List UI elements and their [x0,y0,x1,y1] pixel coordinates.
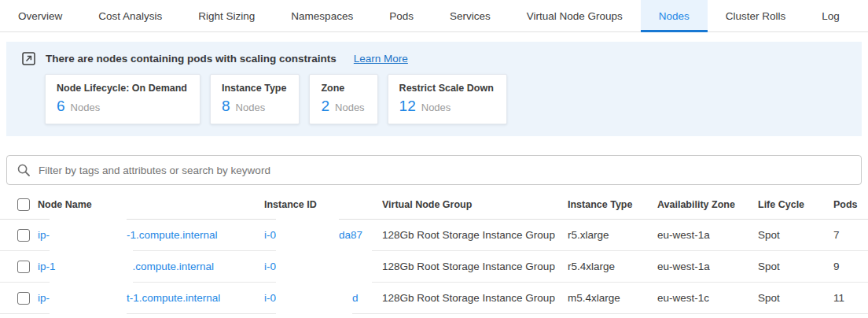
redacted-text [50,280,127,316]
card-zone[interactable]: Zone 2 Nodes [309,74,377,124]
column-header-node-name: Node Name [38,199,264,210]
instance-type-cell: r5.xlarge [568,229,657,241]
table-row: ip-1 .compute.internal i-0 128Gb Root St… [0,251,868,283]
column-header-instance-id: Instance ID [264,199,382,210]
nodes-table: Node Name Instance ID Virtual Node Group… [0,190,868,314]
column-header-pods: Pods [833,199,868,210]
instance-id-link[interactable]: i-0 [264,229,276,241]
card-title: Node Lifecycle: On Demand [57,83,187,94]
tab-right-sizing[interactable]: Right Sizing [180,0,273,31]
card-title: Instance Type [222,83,286,94]
instance-id-link[interactable]: da87 [339,229,362,241]
instance-id-link[interactable]: i-0 [264,261,276,272]
column-header-life-cycle: Life Cycle [758,199,833,210]
life-cycle-cell: Spot [758,229,833,241]
life-cycle-cell: Spot [758,261,833,272]
card-unit: Nodes [335,102,365,113]
availability-zone-cell: eu-west-1c [657,292,758,304]
pods-cell: 11 [833,292,868,304]
card-unit: Nodes [421,102,451,113]
row-checkbox[interactable] [17,229,30,242]
availability-zone-cell: eu-west-1a [657,229,758,241]
search-input[interactable] [39,165,851,176]
card-value: 12 [399,98,416,115]
scaling-constraint-icon [22,52,35,65]
table-row: ip- -1.compute.internal i-0 da87 128Gb R… [0,220,868,251]
card-title: Zone [321,83,364,94]
virtual-node-group-cell: 128Gb Root Storage Instance Group [382,261,568,272]
node-name-link[interactable]: ip- [38,229,50,241]
node-name-link[interactable]: ip-1 [38,261,56,272]
card-unit: Nodes [236,102,266,113]
card-restrict-scale-down[interactable]: Restrict Scale Down 12 Nodes [388,74,507,124]
column-header-instance-type: Instance Type [568,199,657,210]
table-header-row: Node Name Instance ID Virtual Node Group… [0,190,868,220]
tab-nodes[interactable]: Nodes [641,0,708,31]
tab-log[interactable]: Log [804,0,858,31]
card-node-lifecycle-on-demand[interactable]: Node Lifecycle: On Demand 6 Nodes [45,74,200,124]
card-unit: Nodes [71,102,101,113]
select-all-checkbox[interactable] [17,198,30,211]
pods-cell: 9 [833,261,868,272]
instance-id-link[interactable]: i-0 [264,292,276,304]
pods-cell: 7 [833,229,868,241]
column-header-availability-zone: Availability Zone [657,199,758,210]
tab-namespaces[interactable]: Namespaces [273,0,371,31]
instance-id-link[interactable]: d [352,292,359,304]
filter-search-bar [6,155,862,185]
tab-overview[interactable]: Overview [0,0,80,31]
node-name-link[interactable]: ip- [38,292,50,304]
row-checkbox[interactable] [17,292,30,305]
life-cycle-cell: Spot [758,292,833,304]
card-title: Restrict Scale Down [399,83,494,94]
availability-zone-cell: eu-west-1a [657,261,758,272]
tab-services[interactable]: Services [432,0,509,31]
tab-cluster-rolls[interactable]: Cluster Rolls [708,0,804,31]
row-checkbox[interactable] [17,261,30,273]
virtual-node-group-cell: 128Gb Root Storage Instance Group [382,292,568,304]
scaling-constraints-banner: There are nodes containing pods with sca… [6,42,862,136]
virtual-node-group-cell: 128Gb Root Storage Instance Group [382,229,568,241]
card-value: 6 [57,98,65,115]
instance-type-cell: m5.4xlarge [568,292,657,304]
constraint-cards: Node Lifecycle: On Demand 6 Nodes Instan… [45,74,849,124]
tab-pods[interactable]: Pods [371,0,432,31]
search-icon [17,163,31,177]
instance-type-cell: r5.4xlarge [568,261,657,272]
node-name-link[interactable]: t-1.compute.internal [127,292,220,304]
card-value: 8 [222,98,230,115]
banner-message: There are nodes containing pods with sca… [46,53,337,65]
tab-virtual-node-groups[interactable]: Virtual Node Groups [509,0,641,31]
learn-more-link[interactable]: Learn More [354,53,408,65]
redacted-text [276,280,352,316]
tab-bar: Overview Cost Analysis Right Sizing Name… [0,0,868,32]
table-row: ip- t-1.compute.internal i-0 d 128Gb Roo… [0,283,868,314]
node-name-link[interactable]: -1.compute.internal [127,229,218,241]
tab-cost-analysis[interactable]: Cost Analysis [80,0,180,31]
card-value: 2 [321,98,329,115]
column-header-virtual-node-group: Virtual Node Group [382,199,568,210]
node-name-link[interactable]: .compute.internal [133,261,215,272]
card-instance-type[interactable]: Instance Type 8 Nodes [210,74,300,124]
